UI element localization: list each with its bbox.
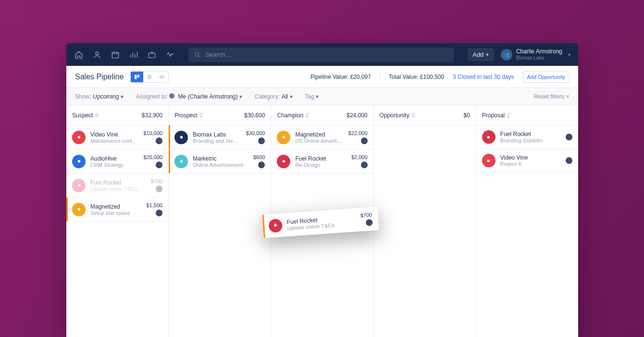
filter-bar: Show:Upcoming ▾ Assigned to: Me (Charlie… [66, 88, 578, 105]
card-right: $10,000 [143, 130, 162, 144]
column-count: 0 [412, 112, 415, 119]
activity-icon[interactable] [165, 50, 175, 60]
separator [380, 73, 380, 81]
assignee-avatar [156, 210, 162, 216]
view-cloud-button[interactable] [156, 72, 168, 82]
card-subtitle: Setup and space [90, 210, 142, 216]
opportunity-card[interactable]: Video VineProject X [476, 149, 578, 173]
card-right [566, 134, 572, 140]
assignee-avatar [156, 186, 162, 192]
opportunity-card[interactable]: Video VineMaintenance contract$10,000 [66, 125, 168, 150]
column-title: Suspect [72, 112, 93, 119]
opportunity-card[interactable]: AudioHiveCRM Strategy$20,000 [66, 150, 168, 174]
add-opportunity-button[interactable]: Add Opportunity [523, 71, 570, 83]
pipeline-value: Pipeline Value: £20,097 [310, 74, 371, 80]
topbar: Add + 👥 Charlie Armstrong Biomax Labs ▾ [66, 43, 578, 66]
svg-rect-2 [149, 53, 155, 58]
assignee-avatar [566, 157, 572, 164]
card-right: $22,000 [348, 130, 368, 144]
card-body: MagnetizedUS Online Advertiseme… [295, 131, 343, 144]
column-value: $30,600 [244, 112, 265, 119]
opportunity-card[interactable]: MagnetizedSetup and space$1,500 [66, 198, 168, 222]
opportunity-card[interactable]: Fuel RocketRe-Design$2,000 [271, 150, 373, 174]
column-count: 2 [306, 112, 309, 119]
filter-category[interactable]: Category:All ▾ [255, 93, 293, 100]
card-body: Fuel RocketBranding Guidelin [500, 131, 561, 143]
closed-link[interactable]: 3 Closed in last 30 days [453, 74, 514, 80]
chart-icon[interactable] [129, 50, 138, 60]
card-subtitle: Branding Guidelin [500, 137, 561, 143]
assignee-avatar [361, 162, 368, 168]
svg-point-9 [77, 208, 80, 211]
company-icon [72, 203, 86, 216]
add-button[interactable]: Add + [468, 48, 494, 61]
card-body: MarketricOnline Advertisement [193, 155, 248, 168]
company-icon [277, 131, 290, 144]
assignee-avatar [361, 137, 368, 144]
card-right: $700 [360, 212, 372, 227]
search-icon [194, 51, 200, 58]
view-list-button[interactable] [143, 72, 156, 82]
svg-point-11 [180, 160, 182, 162]
svg-rect-5 [137, 75, 139, 77]
chevron-down-icon: ▾ [121, 93, 124, 100]
card-subtitle: CRM Strategy [90, 162, 138, 168]
card-subtitle: Maintenance contract [90, 138, 138, 144]
kanban-column: Opportunity0$0 [374, 105, 476, 337]
opportunity-card[interactable]: Fuel RocketUpdate online T&Cs$700 [66, 174, 168, 198]
opportunity-card[interactable]: MarketricOnline Advertisement$600 [169, 150, 271, 174]
search-bar[interactable] [188, 48, 454, 62]
svg-point-12 [283, 136, 285, 138]
svg-rect-1 [112, 52, 119, 58]
reset-filters-button[interactable]: Reset filters × [534, 93, 570, 100]
user-name: Charlie Armstrong [516, 49, 562, 55]
card-title: Fuel Rocket [90, 179, 146, 186]
column-value: $24,000 [347, 112, 367, 119]
opportunity-card[interactable]: Biomax LabsBranding and Identity$30,000 [169, 125, 271, 150]
filter-show[interactable]: Show:Upcoming ▾ [75, 93, 124, 100]
filter-assigned[interactable]: Assigned to: Me (Charlie Armstrong) ▾ [136, 93, 242, 100]
assignee-avatar [258, 162, 265, 168]
company-icon [482, 154, 495, 167]
column-value: $0 [463, 112, 470, 119]
kanban-column: Prospect2$30,600Biomax LabsBranding and … [169, 105, 271, 337]
card-right: $2,000 [351, 154, 368, 168]
card-body: Video VineProject X [500, 154, 561, 167]
company-icon [72, 155, 86, 168]
assignee-avatar [156, 137, 162, 144]
svg-point-8 [77, 184, 80, 187]
svg-point-10 [180, 136, 182, 138]
kanban-column: Suspect4$32,900Video VineMaintenance con… [66, 105, 169, 337]
card-amount: $10,000 [143, 130, 162, 136]
card-subtitle: Project X [500, 161, 561, 167]
home-icon[interactable] [74, 50, 84, 60]
svg-point-7 [77, 160, 80, 162]
card-right [566, 157, 572, 164]
card-title: Video Vine [500, 154, 561, 161]
briefcase-icon[interactable] [147, 50, 157, 60]
add-button-label: Add [472, 51, 483, 58]
user-menu[interactable]: 👥 Charlie Armstrong Biomax Labs ▾ [501, 49, 570, 60]
column-count: 4 [95, 112, 99, 119]
svg-point-0 [96, 52, 99, 55]
calendar-icon[interactable] [111, 50, 120, 60]
chevron-down-icon: ▾ [316, 93, 319, 100]
column-value: $32,900 [142, 112, 162, 119]
card-title: Video Vine [90, 131, 138, 138]
svg-point-14 [487, 136, 490, 138]
search-input[interactable] [205, 51, 448, 58]
card-subtitle: Online Advertisement [193, 162, 248, 168]
opportunity-card[interactable]: MagnetizedUS Online Advertiseme…$22,000 [271, 125, 373, 150]
column-title: Champion [277, 112, 303, 119]
opportunity-card[interactable]: Fuel RocketBranding Guidelin [476, 125, 578, 149]
card-amount: $20,000 [143, 154, 162, 160]
filter-tag[interactable]: Tag ▾ [305, 93, 319, 100]
card-amount: $700 [360, 212, 372, 219]
column-count: 2 [200, 112, 203, 119]
company-icon [482, 130, 495, 144]
column-cards: Fuel RocketBranding GuidelinVideo VinePr… [476, 125, 578, 337]
person-icon[interactable] [92, 50, 102, 60]
card-body: AudioHiveCRM Strategy [90, 155, 138, 168]
view-board-button[interactable] [131, 72, 143, 82]
topbar-right: Add + 👥 Charlie Armstrong Biomax Labs ▾ [468, 48, 570, 61]
